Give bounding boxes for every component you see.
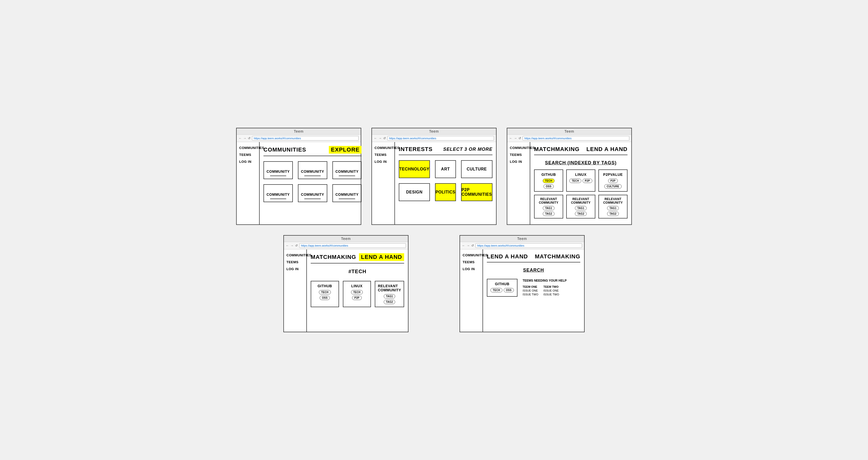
s5-sidebar-teems[interactable]: TEEMS: [463, 260, 480, 264]
community-card-2[interactable]: COMMUNITY: [298, 161, 327, 179]
s4-sidebar-teems[interactable]: TEEMS: [286, 260, 304, 264]
s5-sidebar-communities[interactable]: COMMUNITIES: [463, 253, 480, 257]
screen5-action[interactable]: MATCHMAKING: [535, 253, 580, 260]
s5-forward-btn[interactable]: →: [467, 244, 470, 248]
community-card-4[interactable]: COMMUNITY: [264, 184, 293, 202]
s5-teem-one-issue2[interactable]: ISSUE TWO: [523, 293, 538, 296]
s3-back-btn[interactable]: ←: [509, 137, 513, 140]
s2-sidebar-login[interactable]: LOG IN: [374, 160, 392, 164]
s3-sidebar-login[interactable]: LOG IN: [510, 160, 527, 164]
s4-relcomm-tag2[interactable]: TAG2: [384, 300, 395, 304]
screen5-header: LEND A HAND MATCHMAKING: [487, 253, 580, 262]
s5-back-btn[interactable]: ←: [462, 244, 465, 248]
s4-relcomm-card[interactable]: RELEVANT COMMUNITY TAG1 TAG2: [375, 281, 404, 307]
s3-linux-tag-p2p[interactable]: P2P: [583, 179, 592, 183]
interest-technology[interactable]: TECHNOLOGY: [399, 160, 430, 178]
s4-github-tag-oss[interactable]: OSS: [320, 296, 330, 300]
s4-linux-tag-tech[interactable]: TECH: [351, 290, 363, 294]
s4-relcomm-tag1[interactable]: TAG1: [384, 294, 395, 298]
interest-design[interactable]: DESIGN: [399, 183, 430, 201]
interest-culture[interactable]: CULTURE: [461, 160, 493, 178]
s5-teem-one-issue1[interactable]: ISSUE ONE: [523, 289, 538, 292]
s2-sidebar-communities[interactable]: COMMUNITIES: [374, 146, 392, 150]
screen5-main: LEND A HAND MATCHMAKING SEARCH GITHUB TE…: [483, 250, 584, 332]
screen1-title: COMMUNITIES: [264, 146, 306, 153]
screen4-action[interactable]: LEND A HAND: [359, 253, 404, 261]
s3-rel-tag2-1[interactable]: TAG2: [543, 211, 554, 216]
community-card-6[interactable]: COMMUNITY: [332, 184, 362, 202]
s4-linux-card[interactable]: LINUX TECH P2P: [343, 281, 371, 307]
s5-sidebar-login[interactable]: LOG IN: [463, 267, 480, 271]
s3-teem-linux[interactable]: LINUX TECH P2P: [566, 169, 595, 192]
community-card-1[interactable]: COMMUNITY: [264, 161, 293, 179]
community-card-3[interactable]: COMMUNITY: [332, 161, 362, 179]
s3-forward-btn[interactable]: →: [514, 137, 517, 140]
sidebar-communities[interactable]: COMMUNITIES: [239, 146, 256, 150]
s5-url-bar[interactable]: https://app.teem.works/#/communities: [475, 243, 582, 248]
s5-github-tag-oss[interactable]: OSS: [504, 288, 514, 292]
card6-label: COMMUNITY: [336, 193, 359, 197]
sidebar-login[interactable]: LOG IN: [239, 160, 256, 164]
screen4-header: MATCHMAKING LEND A HAND: [311, 253, 404, 263]
s4-back-btn[interactable]: ←: [286, 244, 289, 248]
back-btn[interactable]: ←: [239, 137, 242, 140]
s2-back-btn[interactable]: ←: [374, 137, 377, 140]
s3-rel-tag2-3[interactable]: TAG2: [607, 211, 619, 216]
s3-rel-community-3[interactable]: RELEVANT COMMUNITY TAG1 TAG2: [598, 195, 627, 219]
s3-teem-p2pvalue[interactable]: P2PVALUE P2P CULTURE: [598, 169, 627, 192]
s3-p2pvalue-tag-culture[interactable]: CULTURE: [604, 184, 621, 189]
s3-p2pvalue-tag-p2p[interactable]: P2P: [608, 179, 618, 183]
screen1-toolbar: ← → ↺ https://app.teem.works/#/communiti…: [237, 135, 361, 142]
s2-forward-btn[interactable]: →: [379, 137, 382, 140]
forward-btn[interactable]: →: [243, 137, 246, 140]
s3-sidebar-teems[interactable]: TEEMS: [510, 153, 527, 157]
screen5-window: Teem ← → ↺ https://app.teem.works/#/comm…: [460, 235, 585, 332]
interest-politics-label: POLITICS: [436, 190, 456, 195]
s3-reload-btn[interactable]: ↺: [519, 137, 521, 140]
s2-url-bar[interactable]: https://app.teem.works/#/communities: [387, 136, 494, 141]
s3-rel-community-2[interactable]: RELEVANT COMMUNITY TAG1 TAG2: [566, 195, 595, 219]
s4-reload-btn[interactable]: ↺: [295, 244, 298, 248]
s3-sidebar-communities[interactable]: COMMUNITIES: [510, 146, 527, 150]
s5-teem-two-issue1[interactable]: ISSUE ONE: [544, 289, 559, 292]
s5-reload-btn[interactable]: ↺: [471, 244, 474, 248]
s3-teem-github[interactable]: GITHUB TECH OSS: [534, 169, 563, 192]
screen2-interests-grid: TECHNOLOGY ART CULTURE DESIGN POLITICS: [399, 160, 493, 201]
s4-forward-btn[interactable]: →: [290, 244, 293, 248]
s3-github-tag-oss[interactable]: OSS: [544, 184, 554, 189]
reload-btn[interactable]: ↺: [248, 137, 250, 140]
interest-art[interactable]: ART: [435, 160, 456, 178]
s5-github-card[interactable]: GITHUB TECH OSS: [487, 279, 518, 297]
s4-sidebar-login[interactable]: LOG IN: [286, 267, 304, 271]
screen4-window: Teem ← → ↺ https://app.teem.works/#/comm…: [283, 235, 408, 332]
s2-sidebar-teems[interactable]: TEEMS: [374, 153, 392, 157]
s4-github-card[interactable]: GITHUB TECH OSS: [311, 281, 339, 307]
s3-rel-tag2-2[interactable]: TAG2: [575, 211, 586, 216]
url-bar[interactable]: https://app.teem.works/#/communities: [252, 136, 359, 141]
screen3-action[interactable]: LEND A HAND: [586, 146, 627, 152]
s3-rel-tag1-3[interactable]: TAG1: [607, 206, 619, 210]
s3-rel-community-1[interactable]: RELEVANT COMMUNITY TAG1 TAG2: [534, 195, 563, 219]
s3-github-tag-tech[interactable]: TECH: [543, 179, 555, 183]
sidebar-teems[interactable]: TEEMS: [239, 153, 256, 157]
screen3-sidebar: COMMUNITIES TEEMS LOG IN: [507, 142, 530, 224]
community-card-5[interactable]: COMMUNITY: [298, 184, 327, 202]
s4-github-tag-tech[interactable]: TECH: [319, 290, 331, 294]
screen2-sidebar: COMMUNITIES TEEMS LOG IN: [372, 142, 395, 224]
s4-sidebar-communities[interactable]: COMMUNITIES: [286, 253, 304, 257]
s5-github-tag-tech[interactable]: TECH: [490, 288, 502, 292]
s4-linux-tag-p2p[interactable]: P2P: [352, 296, 362, 300]
s3-rel-tag1-1[interactable]: TAG1: [543, 206, 554, 210]
s3-rel-tag1-2[interactable]: TAG1: [575, 206, 586, 210]
s4-github-name: GITHUB: [318, 284, 332, 288]
s5-teem-two-area: TEEM TWO ISSUE ONE ISSUE TWO: [544, 285, 559, 296]
s5-teem-two-issue2[interactable]: ISSUE TWO: [544, 293, 559, 296]
interest-politics[interactable]: POLITICS: [435, 183, 456, 201]
interest-p2p[interactable]: P2P COMMUNITIES: [461, 183, 493, 201]
screen5-lend-content: GITHUB TECH OSS TEEMS NEEDING YOUR HELP: [487, 279, 580, 297]
s3-url-bar[interactable]: https://app.teem.works/#/communities: [523, 136, 629, 141]
screen1-action[interactable]: EXPLORE: [329, 146, 362, 153]
s3-linux-tag-tech[interactable]: TECH: [569, 179, 581, 183]
s4-url-bar[interactable]: https://app.teem.works/#/communities: [299, 243, 406, 248]
s2-reload-btn[interactable]: ↺: [383, 137, 386, 140]
